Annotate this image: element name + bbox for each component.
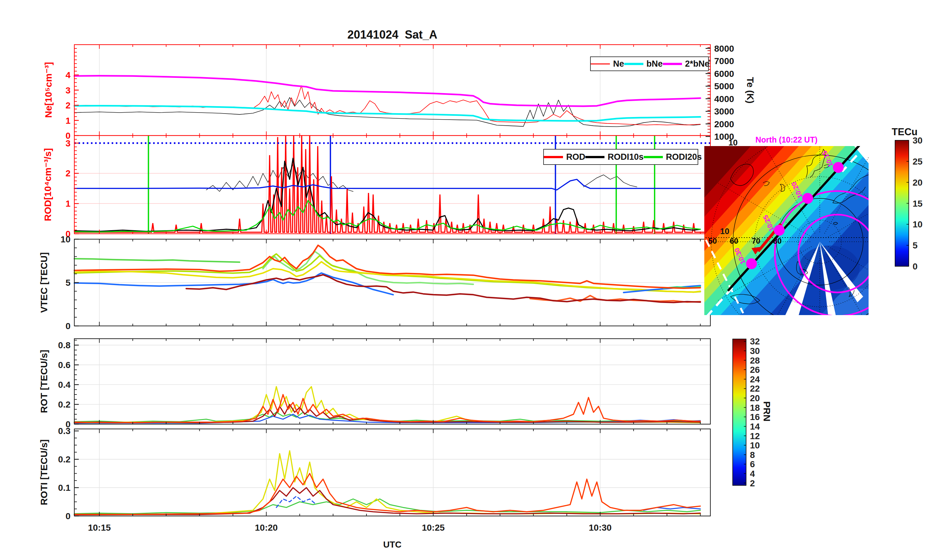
legend-label: bNe <box>646 59 663 69</box>
svg-text:5000: 5000 <box>714 81 734 91</box>
xlabel-utc: UTC <box>74 540 710 550</box>
svg-text:5: 5 <box>65 278 71 288</box>
legend-label: 2*bNe <box>685 59 710 69</box>
svg-text:20: 20 <box>912 178 923 188</box>
legend-item-ne: Ne <box>591 59 624 69</box>
svg-text:6: 6 <box>750 459 755 469</box>
legend-item-rodi10s: RODI10s <box>586 152 644 162</box>
svg-text:60: 60 <box>730 237 738 245</box>
svg-text:15: 15 <box>912 199 923 209</box>
svg-text:10: 10 <box>912 219 923 229</box>
svg-text:4: 4 <box>750 469 755 479</box>
legend-label: Ne <box>613 59 624 69</box>
svg-text:10:15: 10:15 <box>88 523 111 533</box>
ne-line-swatch <box>591 64 610 64</box>
ylabel-te: Te (K) <box>743 11 757 170</box>
svg-text:26: 26 <box>750 365 760 375</box>
svg-text:12: 12 <box>750 431 760 441</box>
page-title: 20141024 Sat_A <box>74 28 710 41</box>
svg-text:5: 5 <box>912 241 918 250</box>
svg-text:0.6: 0.6 <box>58 360 71 370</box>
svg-text:30: 30 <box>750 346 760 356</box>
svg-text:50: 50 <box>708 237 717 245</box>
figure: 0123410002000300040005000600070008000012… <box>0 0 926 560</box>
svg-text:2: 2 <box>65 168 71 178</box>
svg-text:20: 20 <box>750 393 760 403</box>
svg-text:0.1: 0.1 <box>58 483 71 493</box>
svg-text:8: 8 <box>750 450 755 460</box>
tecu-colorbar-title: TECu <box>879 126 926 138</box>
legend-rod: ROD RODI10s RODI20s <box>543 149 698 165</box>
ylabel-roti: ROTI [TECU/s] <box>37 393 51 552</box>
legend-item-rodi20s: RODI20s <box>644 152 702 162</box>
svg-text:16: 16 <box>750 412 760 422</box>
svg-text:7000: 7000 <box>714 56 734 66</box>
svg-text:2: 2 <box>750 478 755 488</box>
svg-text:0: 0 <box>65 511 71 521</box>
legend-item-bne: bNe <box>624 59 663 69</box>
svg-text:0.3: 0.3 <box>58 426 71 436</box>
svg-text:10: 10 <box>750 440 760 450</box>
svg-text:3000: 3000 <box>714 106 734 117</box>
svg-text:10:30: 10:30 <box>589 523 612 533</box>
prn-colorbar-label: PRN <box>760 363 774 459</box>
legend-label: RODI20s <box>666 152 702 162</box>
bne-line-swatch <box>624 63 643 65</box>
svg-text:70: 70 <box>752 237 760 245</box>
legend-label: RODI10s <box>608 152 644 162</box>
legend-ne: Ne bNe 2*bNe <box>590 56 709 71</box>
svg-text:8000: 8000 <box>714 44 734 54</box>
svg-text:80: 80 <box>773 237 782 245</box>
figure-canvas: 0123410002000300040005000600070008000012… <box>0 0 926 560</box>
svg-text:0: 0 <box>912 262 918 271</box>
rodi10s-line-swatch <box>586 156 604 158</box>
svg-text:1: 1 <box>65 199 71 209</box>
svg-text:6000: 6000 <box>714 69 734 79</box>
svg-text:25: 25 <box>912 157 923 166</box>
svg-text:4000: 4000 <box>714 94 734 104</box>
svg-text:3: 3 <box>65 138 71 148</box>
svg-text:32: 32 <box>750 336 760 346</box>
svg-text:10: 10 <box>61 235 71 244</box>
svg-text:1: 1 <box>65 116 71 126</box>
legend-item-rod: ROD <box>544 152 586 162</box>
svg-text:24: 24 <box>750 374 760 384</box>
svg-text:18: 18 <box>750 403 760 413</box>
svg-text:14: 14 <box>750 422 760 431</box>
svg-text:0.2: 0.2 <box>58 400 71 409</box>
svg-text:22: 22 <box>750 384 760 394</box>
rodi20s-line-swatch <box>644 156 663 158</box>
svg-text:4: 4 <box>65 70 71 80</box>
svg-text:10:20: 10:20 <box>255 523 278 533</box>
svg-text:10:25: 10:25 <box>422 523 445 533</box>
2bne-line-swatch <box>663 63 682 65</box>
svg-text:0.2: 0.2 <box>58 454 71 464</box>
rod-line-swatch <box>544 156 563 158</box>
map-north-label: North (10:22 UT) <box>704 135 869 144</box>
svg-text:0: 0 <box>65 321 71 331</box>
svg-text:0.8: 0.8 <box>58 340 71 350</box>
svg-text:0.4: 0.4 <box>58 380 71 390</box>
svg-text:2000: 2000 <box>714 119 734 129</box>
svg-text:10: 10 <box>720 226 729 236</box>
svg-text:2: 2 <box>65 100 71 110</box>
svg-text:3: 3 <box>65 85 71 95</box>
svg-text:28: 28 <box>750 356 760 365</box>
legend-label: ROD <box>566 152 586 162</box>
legend-item-2bne: 2*bNe <box>663 59 710 69</box>
